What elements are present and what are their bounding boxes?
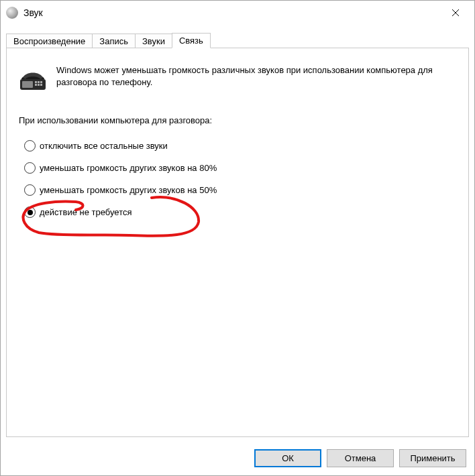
info-text: Windows может уменьшать громкость различ… <box>56 64 456 88</box>
tab-communications[interactable]: Связь <box>172 33 211 48</box>
group-label: При использовании компьютера для разгово… <box>19 115 456 125</box>
radio-icon <box>24 140 36 152</box>
tabstrip: Воспроизведение Запись Звуки Связь <box>1 30 474 48</box>
svg-rect-9 <box>40 84 42 86</box>
sound-icon <box>6 7 18 19</box>
tab-playback[interactable]: Воспроизведение <box>6 34 93 48</box>
button-row: ОК Отмена Применить <box>1 442 474 475</box>
hand-drawn-circle-annotation <box>19 195 207 262</box>
tab-sounds[interactable]: Звуки <box>135 34 172 48</box>
info-row: Windows может уменьшать громкость различ… <box>19 64 456 93</box>
ok-button[interactable]: ОК <box>254 449 321 467</box>
svg-rect-3 <box>22 81 33 88</box>
radio-icon <box>24 162 36 174</box>
phone-icon <box>19 64 47 93</box>
svg-rect-8 <box>38 84 40 86</box>
radio-mute-all[interactable]: отключить все остальные звуки <box>24 140 456 152</box>
apply-button[interactable]: Применить <box>399 449 466 467</box>
radio-label: уменьшать громкость других звуков на 80% <box>40 163 217 173</box>
tab-panel-communications: Windows может уменьшать громкость различ… <box>6 48 469 437</box>
close-button[interactable] <box>442 3 469 22</box>
svg-rect-5 <box>38 81 40 83</box>
sound-dialog: Звук Воспроизведение Запись Звуки Связь <box>0 0 475 476</box>
svg-rect-6 <box>40 81 42 83</box>
radio-label: отключить все остальные звуки <box>40 141 168 151</box>
svg-rect-4 <box>35 81 37 83</box>
tab-recording[interactable]: Запись <box>92 34 136 48</box>
radio-do-nothing[interactable]: действие не требуется <box>24 206 456 218</box>
radio-reduce-80[interactable]: уменьшать громкость других звуков на 80% <box>24 162 456 174</box>
radio-icon <box>24 206 36 218</box>
radio-label: действие не требуется <box>40 207 132 217</box>
svg-rect-7 <box>35 84 37 86</box>
radio-reduce-50[interactable]: уменьшать громкость других звуков на 50% <box>24 184 456 196</box>
radio-icon <box>24 184 36 196</box>
close-icon <box>452 9 460 17</box>
window-title: Звук <box>23 7 442 18</box>
cancel-button[interactable]: Отмена <box>327 449 394 467</box>
titlebar: Звук <box>1 1 474 25</box>
radiogroup: отключить все остальные звуки уменьшать … <box>24 140 456 218</box>
radio-label: уменьшать громкость других звуков на 50% <box>40 185 217 195</box>
